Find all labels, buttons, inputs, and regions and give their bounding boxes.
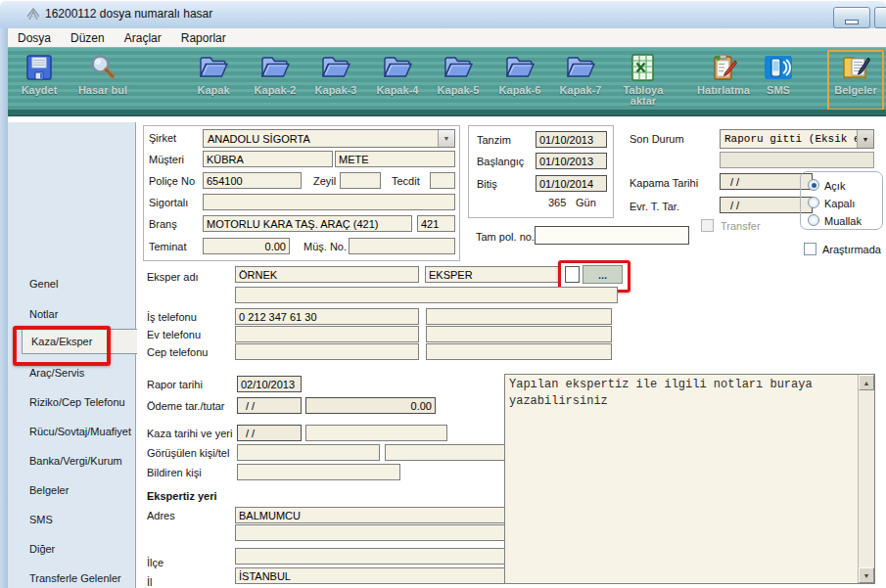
chevron-down-icon[interactable]: ▼	[438, 130, 454, 147]
menu-dosya[interactable]: Dosya	[8, 29, 61, 47]
arastirmada-label: Araştırmada	[822, 244, 881, 255]
sirket-dropdown[interactable]: ANADOLU SİGORTA ▼	[203, 129, 455, 148]
tecdit-field[interactable]	[430, 172, 455, 189]
sigortali-field[interactable]	[203, 194, 455, 210]
adres-label: Adres	[147, 510, 175, 521]
rapor-tarihi-field[interactable]	[237, 376, 302, 392]
kaza-yeri-field[interactable]	[305, 425, 447, 441]
sidebar-item-notlar[interactable]: Notlar	[29, 308, 58, 320]
transfer-checkbox[interactable]	[701, 219, 714, 232]
toolbar-kapak6-button[interactable]: Kapak-6	[490, 52, 550, 109]
adres2-field[interactable]	[235, 524, 505, 541]
radio-muallak[interactable]	[808, 214, 819, 226]
son-durum-label: Son Durum	[630, 133, 684, 145]
toolbar-kapak-button[interactable]: Kapak	[183, 52, 244, 109]
is-telefonu2-field[interactable]	[426, 308, 612, 325]
radio-kapali[interactable]	[808, 197, 819, 208]
evr-t-tar-field[interactable]	[720, 197, 813, 213]
toolbar-divider	[8, 110, 886, 116]
notes-scrollbar[interactable]: ▲ ▼	[858, 375, 874, 583]
zeyil-label: Zeyil	[313, 175, 336, 187]
eksper-soyad-field[interactable]	[425, 266, 559, 283]
maximize-button[interactable]	[874, 7, 886, 28]
bildiren-kisi-field[interactable]	[237, 464, 400, 480]
arastirmada-checkbox[interactable]	[804, 243, 816, 255]
toolbar-kapak4-button[interactable]: Kapak-4	[367, 52, 428, 109]
minimize-button[interactable]	[833, 7, 870, 28]
menu-raporlar[interactable]: Raporlar	[171, 29, 236, 47]
radio-acik[interactable]	[808, 179, 819, 191]
ev-telefonu-field[interactable]	[235, 326, 419, 342]
sidebar-item-diger[interactable]: Diğer	[29, 543, 55, 555]
toolbar-kapak2-button[interactable]: Kapak-2	[245, 52, 305, 109]
sidebar-item-genel[interactable]: Genel	[29, 278, 58, 290]
menu-araclar[interactable]: Araçlar	[115, 29, 171, 47]
son-durum-dropdown[interactable]: Raporu gitti (Eksik evr ▼	[720, 129, 874, 149]
folder-icon	[565, 52, 596, 83]
transfer-label: Transfer	[721, 220, 761, 232]
musteri-ad-field[interactable]	[203, 151, 333, 167]
toolbar-kapak7-button[interactable]: Kapak-7	[550, 52, 611, 109]
kapama-tarihi-field[interactable]	[720, 173, 813, 190]
scroll-up-arrow-icon[interactable]: ▲	[859, 375, 874, 390]
sidebar-item-banka-vergi-kurum[interactable]: Banka/Vergi/Kurum	[29, 455, 122, 467]
toolbar-sms-button[interactable]: SMS	[748, 52, 809, 109]
sidebar-item-arac-servis[interactable]: Araç/Servis	[29, 367, 84, 379]
rapor-tarihi-label: Rapor tarihi	[147, 379, 203, 390]
is-telefonu-field[interactable]	[235, 308, 419, 325]
odeme-tarihi-field[interactable]	[237, 397, 302, 414]
window-icon	[25, 7, 41, 23]
kaza-tarihi-field[interactable]	[237, 425, 302, 441]
sidebar-item-transferle-gelenler[interactable]: Transferle Gelenler	[29, 572, 121, 584]
mus-no-field[interactable]	[349, 238, 455, 254]
chevron-down-icon[interactable]: ▼	[857, 130, 873, 148]
menu-duzen[interactable]: Düzen	[61, 29, 115, 47]
son-durum-extra-field[interactable]	[720, 152, 874, 168]
cep-telefonu2-field[interactable]	[426, 343, 612, 360]
mus-no-label: Müş. No.	[303, 241, 347, 252]
odeme-tutar-field[interactable]	[305, 397, 436, 414]
sidebar-item-rucu-sovtaj-muafiyet[interactable]: Rücu/Sovtaj/Muafiyet	[29, 426, 131, 437]
title-bar: 16200112 dosya numaralı hasar	[0, 0, 886, 29]
gorusulen-kisi-field[interactable]	[237, 444, 380, 461]
sirket-label: Şirket	[149, 132, 176, 144]
toolbar-tabloya-aktar-button[interactable]: Tabloya aktar	[612, 52, 675, 109]
sidebar-item-belgeler[interactable]: Belgeler	[29, 484, 69, 496]
brans-field[interactable]	[203, 215, 412, 232]
adres3-field[interactable]	[235, 548, 505, 565]
eksper-adres-satiri-field[interactable]	[235, 287, 618, 303]
cep-telefonu-field[interactable]	[235, 343, 419, 360]
magnifier-icon	[87, 52, 118, 83]
toolbar-hasar-bul-button[interactable]: Hasar bul	[69, 52, 137, 109]
toolbar-belgeler-button[interactable]: Belgeler	[827, 50, 884, 111]
tam-pol-no-field[interactable]	[535, 226, 689, 245]
ev-telefonu2-field[interactable]	[426, 326, 612, 342]
musteri-soyad-field[interactable]	[335, 151, 455, 167]
bitis-field[interactable]	[536, 175, 607, 192]
toolbar-kaydet-button[interactable]: Kaydet	[10, 52, 69, 109]
reminder-icon	[708, 52, 739, 83]
gorusulen-tel-field[interactable]	[385, 444, 505, 461]
toolbar-kapak3-button[interactable]: Kapak-3	[305, 52, 366, 109]
window-border	[0, 28, 8, 588]
il-field[interactable]	[235, 567, 505, 584]
teminat-field[interactable]	[203, 238, 290, 254]
gun-value: 365	[548, 197, 566, 208]
folder-icon	[504, 52, 536, 83]
annotation-red-box-kaza-eksper	[13, 326, 111, 366]
documents-icon	[840, 52, 871, 83]
zeyil-field[interactable]	[340, 172, 381, 189]
sidebar-item-sms[interactable]: SMS	[29, 514, 53, 525]
sidebar-item-riziko-cep-telefonu[interactable]: Riziko/Cep Telefonu	[29, 396, 125, 408]
scroll-down-arrow-icon[interactable]: ▼	[859, 567, 874, 583]
adres1-field[interactable]	[235, 507, 505, 523]
eksper-ad-field[interactable]	[235, 266, 419, 283]
toolbar-kapak5-button[interactable]: Kapak-5	[428, 52, 489, 109]
tanzim-field[interactable]	[536, 131, 607, 148]
police-no-field[interactable]	[203, 172, 302, 189]
brans-kod-field[interactable]	[417, 215, 455, 232]
ekspertiz-notlari-textarea[interactable]: Yapılan ekspertiz ile ilgili notları bur…	[504, 374, 875, 584]
baslangic-field[interactable]	[536, 153, 607, 169]
sigortali-label: Sigortalı	[149, 197, 188, 208]
tanzim-label: Tanzim	[477, 134, 511, 146]
